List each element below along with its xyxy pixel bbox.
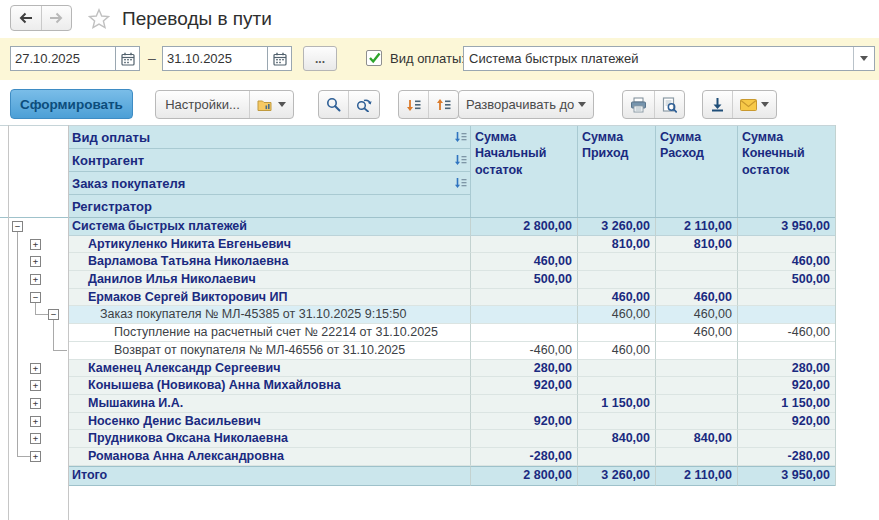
row-value: 3 950,00: [737, 466, 835, 486]
row-value: 1 150,00: [577, 395, 655, 413]
calendar-icon[interactable]: [267, 47, 291, 70]
row-value: 810,00: [655, 236, 737, 254]
date-to-input[interactable]: [163, 47, 267, 70]
row-value: 460,00: [655, 306, 737, 324]
header-contractor[interactable]: Контрагент: [68, 149, 470, 172]
table-row[interactable]: − Ермаков Сергей Викторович ИП 460,00 46…: [0, 289, 835, 307]
row-value: [655, 253, 737, 271]
header-spacer: [0, 126, 68, 217]
table-row[interactable]: − Система быстрых платежей 2 800,00 3 26…: [0, 218, 835, 236]
row-label: Конышева (Новикова) Анна Михайловна: [68, 377, 470, 395]
expand-expander-icon[interactable]: +: [30, 363, 41, 374]
expand-expander-icon[interactable]: +: [30, 256, 41, 267]
row-label: Романова Анна Александровна: [68, 448, 470, 466]
header-registrar[interactable]: Регистратор: [68, 195, 470, 218]
forward-button[interactable]: [42, 6, 72, 30]
expand-expander-icon[interactable]: +: [30, 239, 41, 250]
row-value: [577, 271, 655, 289]
row-value: [655, 360, 737, 378]
table-row[interactable]: + Прудникова Оксана Николаевна 840,00 84…: [0, 430, 835, 448]
sort-descending-icon[interactable]: [454, 131, 467, 143]
table-row[interactable]: + Мышакина И.А. 1 150,00 1 150,00: [0, 395, 835, 413]
mail-button[interactable]: [732, 91, 776, 118]
row-value: 460,00: [655, 289, 737, 307]
expand-expander-icon[interactable]: +: [30, 274, 41, 285]
row-tree: +: [8, 448, 68, 466]
table-row[interactable]: Поступление на расчетный счет № 22214 от…: [0, 324, 835, 342]
expand-expander-icon[interactable]: +: [30, 433, 41, 444]
row-value: [655, 413, 737, 431]
table-body: − Система быстрых платежей 2 800,00 3 26…: [0, 218, 879, 486]
expand-to-button[interactable]: Разворачивать до: [459, 91, 593, 118]
table-row[interactable]: + Конышева (Новикова) Анна Михайловна 92…: [0, 377, 835, 395]
nav-buttons: [10, 5, 72, 31]
sort-descending-icon[interactable]: [454, 154, 467, 166]
table-row[interactable]: − Заказ покупателя № МЛ-45385 от 31.10.2…: [0, 306, 835, 324]
calendar-icon[interactable]: [115, 47, 139, 70]
column-header-opening-balance[interactable]: Сумма Начальный остаток: [470, 126, 577, 217]
date-to-field: [162, 46, 292, 71]
date-from-input[interactable]: [11, 47, 115, 70]
favorite-star-icon[interactable]: [86, 6, 112, 32]
row-value: 460,00: [470, 253, 577, 271]
row-margin: [0, 306, 8, 324]
row-label: Каменец Александр Сергеевич: [68, 360, 470, 378]
collapse-expander-icon[interactable]: −: [48, 309, 59, 320]
payment-type-checkbox[interactable]: [366, 50, 382, 66]
row-value: 920,00: [470, 377, 577, 395]
table-header: Вид оплаты Контрагент Заказ покупателя Р…: [0, 125, 835, 218]
row-value: 3 260,00: [577, 218, 655, 236]
settings-button[interactable]: Настройки...: [156, 91, 249, 118]
collapse-expander-icon[interactable]: −: [12, 221, 23, 232]
expand-expander-icon[interactable]: +: [30, 451, 41, 462]
grid-right-border: [835, 125, 836, 486]
row-margin: [0, 430, 8, 448]
print-button[interactable]: [623, 91, 654, 118]
expand-expander-icon[interactable]: +: [30, 380, 41, 391]
table-row[interactable]: + Артикуленко Никита Евгеньевич 810,00 8…: [0, 236, 835, 254]
row-value: [470, 324, 577, 342]
row-label: Прудникова Оксана Николаевна: [68, 430, 470, 448]
row-value: [655, 377, 737, 395]
collapse-groups-icon[interactable]: [428, 91, 458, 118]
table-row[interactable]: + Каменец Александр Сергеевич 280,00 280…: [0, 360, 835, 378]
expand-expander-icon[interactable]: +: [30, 416, 41, 427]
header-payment-type[interactable]: Вид оплаты: [68, 126, 470, 149]
header-customer-order[interactable]: Заказ покупателя: [68, 172, 470, 195]
row-value: 460,00: [737, 253, 835, 271]
column-header-income[interactable]: Сумма Приход: [577, 126, 655, 217]
date-range-dash: –: [146, 50, 158, 66]
row-tree: +: [8, 360, 68, 378]
report-table: Вид оплаты Контрагент Заказ покупателя Р…: [0, 125, 879, 520]
table-row[interactable]: Итого 2 800,00 3 260,00 2 110,00 3 950,0…: [0, 466, 835, 486]
table-row[interactable]: + Данилов Илья Николаевич 500,00 500,00: [0, 271, 835, 289]
payment-type-dropdown-button[interactable]: [853, 47, 874, 70]
collapse-expander-icon[interactable]: −: [30, 292, 41, 303]
payment-type-input[interactable]: [464, 47, 853, 70]
back-button[interactable]: [11, 6, 42, 30]
arrow-right-icon: [49, 11, 64, 25]
export-group: [702, 90, 777, 119]
row-margin: [0, 466, 8, 486]
column-header-closing-balance[interactable]: Сумма Конечный остаток: [737, 126, 835, 217]
row-value: 840,00: [655, 430, 737, 448]
row-label: Итого: [68, 466, 470, 486]
table-row[interactable]: + Романова Анна Александровна -280,00 -2…: [0, 448, 835, 466]
find-next-button[interactable]: [348, 91, 379, 118]
print-preview-button[interactable]: [654, 91, 684, 118]
row-value: [655, 342, 737, 360]
payment-type-select[interactable]: [463, 46, 875, 71]
period-more-button[interactable]: ...: [303, 46, 337, 71]
row-tree: +: [8, 395, 68, 413]
report-variants-button[interactable]: [249, 91, 293, 118]
table-row[interactable]: + Носенко Денис Васильевич 920,00 920,00: [0, 413, 835, 431]
save-button[interactable]: [703, 91, 732, 118]
column-header-expense[interactable]: Сумма Расход: [655, 126, 737, 217]
generate-button[interactable]: Сформировать: [10, 89, 133, 119]
table-row[interactable]: + Варламова Татьяна Николаевна 460,00 46…: [0, 253, 835, 271]
table-row[interactable]: Возврат от покупателя № МЛ-46556 от 31.1…: [0, 342, 835, 360]
expand-expander-icon[interactable]: +: [30, 398, 41, 409]
search-button[interactable]: [319, 91, 348, 118]
expand-groups-icon[interactable]: [399, 91, 428, 118]
sort-descending-icon[interactable]: [454, 177, 467, 189]
